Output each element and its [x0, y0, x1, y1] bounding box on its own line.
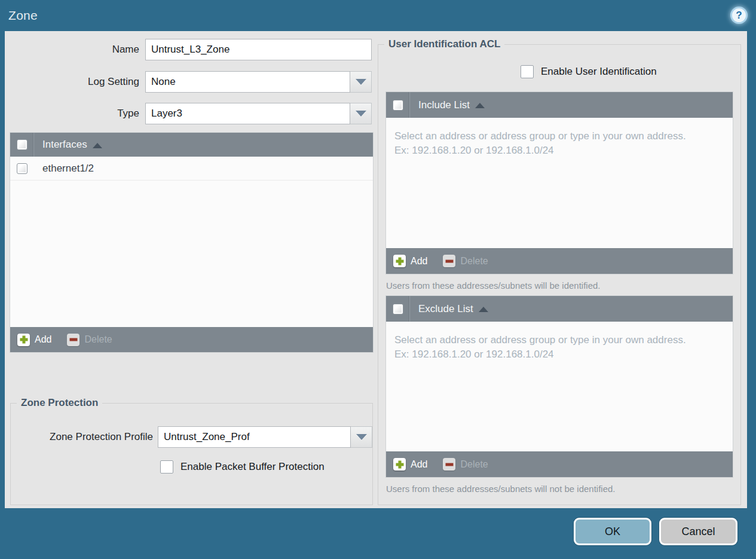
include-list-column-header[interactable]: Include List	[418, 99, 470, 111]
chevron-down-icon	[356, 111, 366, 117]
include-list-table: Include List Select an address or addres…	[386, 92, 733, 274]
add-label: Add	[411, 256, 427, 267]
interfaces-column-header[interactable]: Interfaces	[42, 139, 87, 151]
zone-protection-profile-label: Zone Protection Profile	[23, 426, 153, 448]
packet-buffer-checkbox[interactable]	[160, 460, 173, 474]
minus-icon	[443, 255, 455, 267]
include-list-placeholder: Select an address or address group or ty…	[386, 118, 709, 169]
type-input[interactable]	[145, 103, 350, 124]
include-add-button[interactable]: Add	[393, 255, 427, 267]
interface-name: ethernet1/2	[42, 163, 94, 175]
plus-icon	[393, 255, 406, 267]
exclude-list-table: Exclude List Select an address or addres…	[386, 296, 733, 477]
dialog-title-bar: Zone ?	[0, 0, 756, 31]
delete-label: Delete	[84, 334, 112, 345]
log-setting-dropdown-button[interactable]	[350, 71, 372, 93]
delete-label: Delete	[460, 256, 488, 267]
row-checkbox-cell	[10, 157, 34, 180]
log-setting-row: Log Setting	[5, 71, 372, 93]
help-icon[interactable]: ?	[730, 7, 748, 24]
enable-user-id-label: Enable User Identification	[541, 66, 657, 78]
interfaces-table: Interfaces ethernet1/2 Add Delete	[10, 133, 373, 352]
exclude-list-column-header[interactable]: Exclude List	[418, 303, 473, 315]
add-button[interactable]: Add	[17, 334, 51, 346]
log-setting-label: Log Setting	[5, 71, 139, 93]
add-label: Add	[35, 334, 51, 345]
table-row[interactable]: ethernet1/2	[10, 157, 373, 181]
exclude-list-placeholder: Select an address or address group or ty…	[386, 322, 709, 373]
exclude-select-all-checkbox[interactable]	[393, 304, 403, 314]
type-row: Type	[5, 103, 372, 124]
user-id-acl-section: User Identification ACL Enable User Iden…	[378, 44, 741, 505]
exclude-list-header: Exclude List	[386, 296, 733, 322]
enable-user-id-row: Enable User Identification	[521, 65, 657, 78]
zone-protection-profile-input[interactable]	[158, 426, 351, 448]
name-input[interactable]	[145, 39, 372, 60]
include-delete-button[interactable]: Delete	[443, 255, 488, 267]
select-all-checkbox[interactable]	[17, 139, 27, 150]
zone-protection-section: Zone Protection Zone Protection Profile …	[10, 403, 373, 505]
dialog-body: Name Log Setting Type Interfaces	[5, 31, 747, 508]
dialog-action-bar: OK Cancel	[0, 508, 756, 559]
sort-ascending-icon[interactable]	[93, 143, 102, 148]
chevron-down-icon	[356, 79, 366, 85]
type-dropdown-button[interactable]	[350, 103, 372, 124]
page-title: Zone	[8, 8, 38, 23]
include-helper-text: Users from these addresses/subnets will …	[386, 280, 601, 291]
exclude-delete-button[interactable]: Delete	[443, 458, 488, 471]
include-list-header: Include List	[386, 92, 733, 118]
enable-user-id-checkbox[interactable]	[521, 65, 534, 78]
packet-buffer-row: Enable Packet Buffer Protection	[160, 460, 325, 474]
include-select-all-checkbox[interactable]	[393, 100, 403, 111]
sort-ascending-icon[interactable]	[479, 307, 488, 312]
interfaces-table-footer: Add Delete	[10, 327, 373, 352]
minus-icon	[67, 334, 79, 346]
delete-label: Delete	[460, 459, 488, 470]
select-all-cell	[10, 133, 34, 157]
include-list-footer: Add Delete	[386, 248, 733, 274]
add-label: Add	[411, 459, 427, 470]
user-id-acl-legend: User Identification ACL	[384, 38, 504, 50]
name-label: Name	[5, 39, 139, 60]
type-label: Type	[5, 103, 139, 124]
include-list-body[interactable]: Select an address or address group or ty…	[386, 118, 733, 248]
zone-protection-legend: Zone Protection	[17, 397, 102, 409]
delete-button[interactable]: Delete	[67, 334, 112, 346]
exclude-helper-text: Users from these addresses/subnets will …	[386, 484, 616, 494]
sort-ascending-icon[interactable]	[475, 103, 485, 108]
plus-icon	[17, 334, 30, 346]
exclude-list-footer: Add Delete	[386, 451, 733, 477]
select-all-cell	[386, 296, 410, 322]
log-setting-input[interactable]	[145, 71, 350, 93]
packet-buffer-label: Enable Packet Buffer Protection	[180, 461, 325, 473]
row-checkbox[interactable]	[17, 163, 27, 174]
ok-button[interactable]: OK	[574, 518, 651, 545]
interfaces-table-header: Interfaces	[10, 133, 373, 157]
chevron-down-icon	[356, 434, 367, 440]
zone-protection-profile-dropdown-button[interactable]	[351, 426, 372, 448]
exclude-list-body[interactable]: Select an address or address group or ty…	[386, 322, 733, 451]
plus-icon	[393, 458, 406, 471]
cancel-button[interactable]: Cancel	[659, 518, 737, 545]
select-all-cell	[386, 92, 410, 118]
name-row: Name	[5, 39, 372, 60]
minus-icon	[443, 458, 455, 471]
interfaces-table-body: ethernet1/2	[10, 157, 373, 327]
exclude-add-button[interactable]: Add	[393, 458, 427, 471]
